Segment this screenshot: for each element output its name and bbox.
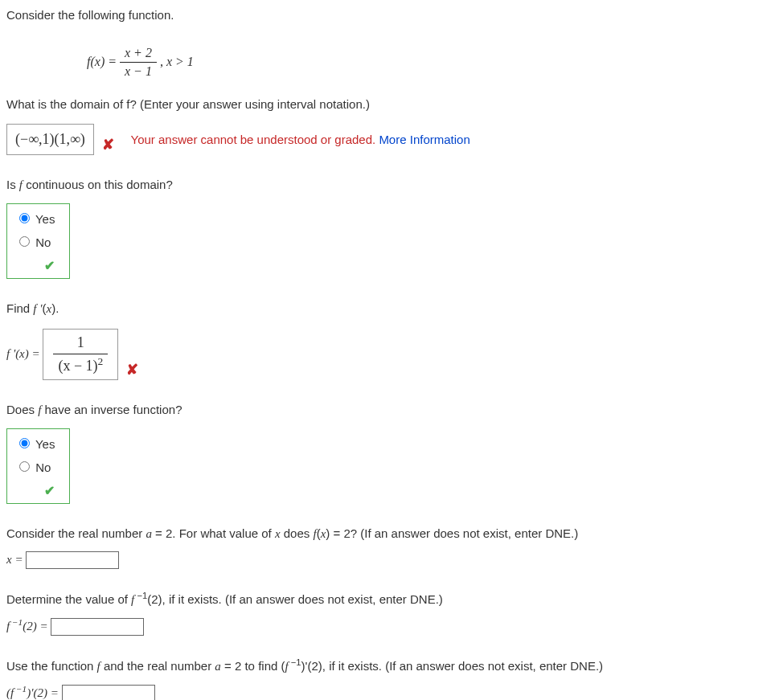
radio-yes[interactable] xyxy=(19,438,30,448)
radio-no[interactable] xyxy=(19,461,30,472)
x-equals: x = xyxy=(6,553,26,566)
function-definition: f(x) = x + 2 x − 1 , x > 1 xyxy=(87,44,769,81)
continuous-options: Yes No ✔ xyxy=(6,203,70,279)
question-continuous: Is f continuous on this domain? xyxy=(6,176,769,194)
radio-yes[interactable] xyxy=(19,213,30,223)
label-yes: Yes xyxy=(35,212,55,226)
error-message: Your answer cannot be understood or grad… xyxy=(131,133,379,146)
radio-no[interactable] xyxy=(19,236,30,247)
label-yes: Yes xyxy=(35,437,55,451)
check-icon: ✔ xyxy=(44,482,55,500)
answer-fprime[interactable]: 1 (x − 1)2 xyxy=(43,329,118,379)
finvprime2-lhs: (f −1)'(2) = xyxy=(6,686,62,699)
fraction-den: x − 1 xyxy=(120,63,157,80)
option-no[interactable]: No xyxy=(15,234,55,251)
question-finv2: Determine the value of f −1(2), if it ex… xyxy=(6,590,769,608)
label-no: No xyxy=(35,461,51,474)
question-domain: What is the domain of f? (Enter your ans… xyxy=(6,96,769,113)
domain-condition: , x > 1 xyxy=(160,55,194,68)
intro-text: Consider the following function. xyxy=(6,6,769,23)
fraction-num: x + 2 xyxy=(120,44,157,63)
cross-icon: ✘ xyxy=(126,360,138,380)
question-solve-x: Consider the real number a = 2. For what… xyxy=(6,525,769,542)
option-no[interactable]: No xyxy=(15,459,55,476)
label-no: No xyxy=(35,235,51,249)
fraction-f: x + 2 x − 1 xyxy=(120,44,157,81)
more-info-link[interactable]: More Information xyxy=(379,133,470,146)
cross-icon: ✘ xyxy=(102,135,114,155)
inverse-options: Yes No ✔ xyxy=(6,428,70,504)
input-finvprime2[interactable] xyxy=(62,685,155,700)
finv2-lhs: f −1(2) = xyxy=(6,620,51,632)
input-finv2[interactable] xyxy=(51,618,144,636)
fprime-den: (x − 1)2 xyxy=(53,354,108,376)
check-icon: ✔ xyxy=(44,257,55,275)
answer-domain[interactable]: (−∞,1)(1,∞) xyxy=(6,124,94,155)
option-yes[interactable]: Yes xyxy=(15,436,55,452)
question-finvprime2: Use the function f and the real number a… xyxy=(6,657,769,675)
question-fprime: Find f '(x). xyxy=(6,300,769,317)
input-x[interactable] xyxy=(26,551,119,569)
fprime-lhs: f '(x) = xyxy=(6,347,43,360)
f-lhs: f(x) = xyxy=(87,55,120,68)
fprime-num: 1 xyxy=(53,333,108,354)
fprime-fraction: 1 (x − 1)2 xyxy=(53,333,108,375)
option-yes[interactable]: Yes xyxy=(15,211,55,227)
question-inverse: Does f have an inverse function? xyxy=(6,401,769,419)
